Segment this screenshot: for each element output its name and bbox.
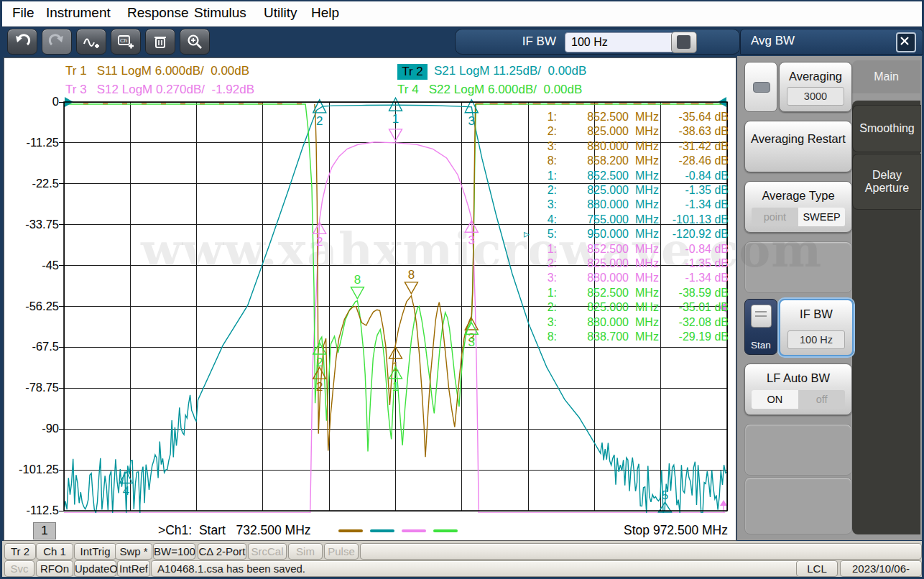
marker-table-row: 8:838.700MHz-29.19 dB (524, 330, 729, 344)
softkey-lf-auto-bw-toggle[interactable]: ONoff (752, 390, 845, 409)
marker-table-row: 2:825.000MHz-1.35 dB (524, 183, 729, 198)
averaging-toggle-button[interactable] (744, 62, 777, 112)
softkey-panel-header[interactable]: Avg BW (740, 29, 923, 55)
channel-badge[interactable]: 1 (33, 522, 56, 539)
active-marker-indicator (524, 110, 533, 124)
marker-frequency: 950.000 (557, 227, 629, 241)
softkey-lf-auto-bw[interactable]: LF Auto BWONoff (744, 363, 852, 415)
marker-frequency-unit: MHz (629, 242, 670, 256)
trace-badge-2[interactable]: Tr 2 (397, 64, 428, 80)
marker-label-s11-1: 1 (392, 360, 399, 374)
keypad-button[interactable] (671, 32, 697, 53)
marker-frequency: 825.000 (557, 256, 629, 271)
active-marker-indicator (524, 198, 533, 212)
status-swp-[interactable]: Swp * (115, 543, 152, 560)
marker-table-row: 1:852.500MHz-0.84 dB (524, 169, 729, 183)
marker-label-s22-3: 3 (468, 335, 475, 349)
marker-number: 3: (533, 139, 557, 154)
y-tick-label: -101.25 (7, 463, 59, 476)
ifbw-input[interactable]: 100 Hz (565, 32, 675, 52)
marker-frequency-unit: MHz (629, 227, 670, 241)
marker-number: 3: (533, 198, 557, 212)
active-marker-indicator (524, 300, 533, 315)
marker-frequency: 825.000 (557, 183, 629, 198)
marker-value: -120.92 dB (670, 227, 729, 241)
status-rfon[interactable]: RFOn (36, 560, 73, 577)
marker-glyph-s22-3 (465, 323, 478, 334)
tab-smoothing[interactable]: Smoothing (852, 105, 921, 152)
add-trace-button[interactable] (76, 29, 106, 55)
marker-frequency-unit: MHz (629, 169, 670, 183)
marker-table-row: 3:880.000MHz-31.42 dB (524, 139, 729, 154)
legend-dash-1 (338, 529, 363, 532)
status-bw-100[interactable]: BW=100 (153, 543, 195, 560)
softkey-panel: MainSmoothingDelay Aperture Averaging300… (737, 56, 922, 540)
marker-glyph-s22-8 (351, 287, 364, 299)
softkey-if-bw-value: 100 Hz (787, 330, 845, 349)
status-sim[interactable]: Sim (288, 543, 323, 560)
menu-bar: FileInstrumentResponseStimulusUtilityHel… (2, 1, 922, 27)
softkey-lf-auto-bw-option-on[interactable]: ON (752, 390, 798, 409)
y-tick-label: 0 (7, 95, 59, 108)
tab-main[interactable]: Main (852, 60, 920, 93)
status-lcl[interactable]: LCL (796, 560, 838, 577)
menu-item-instrument[interactable]: Instrument (46, 5, 111, 21)
redo-button (42, 29, 72, 55)
softkey-averaging-restart[interactable]: Averaging Restart (744, 121, 852, 172)
marker-table-row: 2:825.000MHz-38.63 dB (524, 124, 729, 139)
status-c-2-port[interactable]: CΔ 2-Port (198, 543, 246, 560)
status-srccal[interactable]: SrcCal (248, 543, 287, 560)
undo-button[interactable] (7, 29, 37, 55)
svg-text:Ch: Ch (120, 37, 127, 44)
softkey-if-bw-label: IF BW (780, 307, 852, 321)
status-intref[interactable]: IntRef (117, 560, 150, 577)
menu-item-response[interactable]: Response (127, 5, 189, 21)
y-tick-label: -22.5 (7, 177, 59, 190)
marker-value: -31.42 dB (670, 139, 729, 154)
legend-dash-2 (370, 529, 394, 532)
menu-item-stimulus[interactable]: Stimulus (194, 5, 246, 21)
softkey-if-bw[interactable]: IF BW100 Hz (779, 299, 854, 356)
menu-item-utility[interactable]: Utility (264, 5, 297, 21)
y-tick-label: -78.75 (7, 381, 59, 394)
delete-trace-button[interactable] (145, 29, 175, 55)
marker-label-s21-2: 2 (316, 114, 323, 128)
marker-value: -32.08 dB (670, 315, 729, 330)
active-marker-indicator (524, 286, 533, 300)
marker-value: -1.34 dB (670, 198, 729, 212)
status-ch-1[interactable]: Ch 1 (36, 543, 73, 560)
marker-table-row: 3:880.000MHz-1.34 dB (524, 271, 729, 285)
active-marker-indicator (524, 154, 533, 168)
status-updateon[interactable]: UpdateOn (74, 560, 116, 577)
close-icon[interactable] (896, 32, 916, 52)
stan-button[interactable]: Stan (744, 299, 777, 355)
active-marker-indicator (524, 183, 533, 198)
marker-number: 1: (533, 286, 557, 300)
active-marker-indicator (524, 330, 533, 344)
softkey-averaging[interactable]: Averaging3000 (779, 62, 852, 112)
status-pulse[interactable]: Pulse (324, 543, 359, 560)
status-bar: Tr 2Ch 1IntTrigSwp *BW=100CΔ 2-PortSrcCa… (2, 541, 922, 577)
marker-number: 2: (533, 256, 557, 271)
marker-frequency: 880.000 (557, 315, 629, 330)
status-svc[interactable]: Svc (4, 560, 34, 577)
active-marker-indicator (524, 169, 533, 183)
marker-frequency-unit: MHz (629, 110, 670, 124)
status-tr-2[interactable]: Tr 2 (4, 543, 36, 560)
marker-number: 8: (533, 154, 557, 168)
status-inttrig[interactable]: IntTrig (74, 543, 116, 560)
softkey-lf-auto-bw-option-off[interactable]: off (798, 390, 845, 409)
marker-glyph-s11-8 (405, 282, 417, 294)
active-marker-indicator (524, 139, 533, 154)
marker-frequency-unit: MHz (629, 315, 670, 330)
menu-item-help[interactable]: Help (311, 5, 339, 21)
marker-table-row: 3:880.000MHz-32.08 dB (524, 315, 729, 330)
menu-item-file[interactable]: File (12, 5, 34, 21)
marker-number: 8: (533, 330, 557, 344)
zoom-button[interactable] (180, 29, 210, 55)
marker-label-s11-2: 2 (316, 380, 323, 394)
tab-delay-aperture[interactable]: Delay Aperture (852, 154, 921, 210)
marker-frequency-unit: MHz (629, 300, 670, 315)
add-channel-button[interactable]: Ch (111, 29, 141, 55)
marker-glyph-s21-4 (120, 471, 133, 483)
